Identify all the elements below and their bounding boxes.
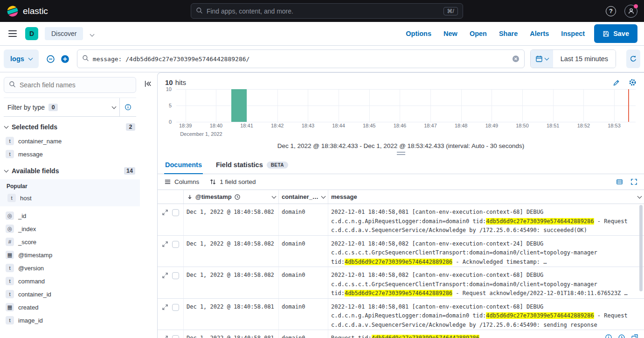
- field-item-created[interactable]: ▦created: [4, 301, 136, 314]
- field-item-_score[interactable]: #_score: [4, 235, 136, 248]
- elastic-logo-icon: [7, 5, 19, 17]
- column-actions-icon[interactable]: [637, 194, 642, 198]
- field-name: container_id: [18, 291, 51, 298]
- row-checkbox[interactable]: [172, 272, 179, 279]
- message-text: Request tid:: [331, 335, 372, 338]
- field-name: container_name: [18, 138, 62, 145]
- x-axis-tick-label: 18:53: [608, 123, 621, 128]
- field-type-icon: ▦: [6, 251, 14, 259]
- chart-gridline: [176, 122, 636, 122]
- field-item-container_id[interactable]: tcontainer_id: [4, 288, 136, 301]
- floating-icons[interactable]: [605, 334, 638, 338]
- elastic-home-link[interactable]: elastic: [7, 5, 48, 17]
- column-header-timestamp[interactable]: @timestamp: [184, 190, 279, 204]
- breadcrumb-chevron-icon[interactable]: [90, 28, 95, 39]
- expand-document-icon[interactable]: [161, 303, 169, 311]
- field-item-message[interactable]: tmessage: [4, 148, 136, 161]
- global-search[interactable]: ⌘/: [191, 3, 463, 19]
- add-filter-icon[interactable]: [61, 55, 69, 63]
- field-type-icon: t: [6, 137, 14, 145]
- nav-link-open[interactable]: Open: [470, 30, 487, 37]
- message-cell: 2022-12-01 18:40:58,081 [canton-env-exec…: [328, 299, 644, 330]
- nav-link-alerts[interactable]: Alerts: [530, 30, 549, 37]
- field-item-@version[interactable]: t@version: [4, 261, 136, 275]
- field-item-host[interactable]: thost: [6, 191, 134, 204]
- field-item-@timestamp[interactable]: ▦@timestamp: [4, 248, 136, 261]
- x-axis-tick-label: 18:51: [547, 123, 560, 128]
- nav-link-options[interactable]: Options: [406, 30, 431, 37]
- query-input[interactable]: [77, 49, 525, 68]
- refresh-icon[interactable]: [626, 49, 640, 68]
- chart-options-gear-icon[interactable]: [629, 78, 637, 86]
- field-name: host: [20, 195, 32, 202]
- expand-document-icon[interactable]: [161, 272, 169, 279]
- user-icon: [628, 7, 635, 14]
- popular-fields-block: Popular thost: [0, 179, 140, 206]
- columns-button[interactable]: Columns: [164, 178, 199, 185]
- expand-document-icon[interactable]: [161, 335, 169, 338]
- vertical-scrollbar[interactable]: [639, 205, 643, 291]
- tab-documents[interactable]: Documents: [164, 156, 203, 174]
- calendar-icon[interactable]: [531, 50, 553, 68]
- highlighted-term: 4db5d6d9c27e730399e5746442889286: [372, 335, 479, 338]
- field-item-container_name[interactable]: tcontainer_name: [4, 134, 136, 148]
- fullscreen-icon[interactable]: [630, 178, 637, 185]
- data-view-picker[interactable]: logs: [4, 49, 39, 68]
- row-controls: [158, 330, 184, 338]
- row-checkbox[interactable]: [172, 304, 179, 311]
- x-axis-tick-label: 18:46: [394, 123, 407, 128]
- sort-fields-button[interactable]: 1 field sorted: [209, 178, 256, 185]
- time-range-button[interactable]: Last 15 minutes: [553, 50, 616, 68]
- saved-query-icon[interactable]: [46, 55, 55, 63]
- filter-by-type-button[interactable]: Filter by type 0: [4, 98, 119, 116]
- chart-resize-handle[interactable]: [397, 152, 405, 155]
- grid-body: Dec 1, 2022 @ 18:40:58.082domain02022-12…: [158, 204, 644, 338]
- field-item-image_id[interactable]: timage_id: [4, 314, 136, 327]
- clear-query-icon[interactable]: [512, 55, 519, 63]
- x-axis-tick-label: 18:42: [271, 123, 284, 128]
- column-actions-icon[interactable]: [272, 194, 277, 198]
- available-fields-header[interactable]: Available fields 14: [4, 161, 136, 178]
- nav-link-new[interactable]: New: [443, 30, 457, 37]
- column-header-container-name[interactable]: container_name: [279, 190, 328, 204]
- clock-icon: [618, 334, 625, 338]
- expand-document-icon[interactable]: [161, 209, 169, 216]
- save-button[interactable]: Save: [594, 24, 637, 43]
- info-icon[interactable]: [119, 98, 136, 116]
- column-header-message[interactable]: message: [328, 190, 644, 204]
- column-actions-icon[interactable]: [321, 194, 326, 198]
- global-search-input[interactable]: [207, 7, 440, 15]
- space-badge[interactable]: D: [25, 27, 38, 40]
- expand-document-icon[interactable]: [161, 240, 169, 248]
- timestamp-cell: Dec 1, 2022 @ 18:40:58.082: [184, 236, 279, 267]
- selected-fields-header[interactable]: Selected fields 2: [4, 117, 136, 134]
- hits-count: 10: [165, 78, 173, 86]
- collapse-sidebar-icon[interactable]: [142, 78, 153, 89]
- field-search[interactable]: [4, 77, 136, 93]
- field-item-command[interactable]: tcommand: [4, 275, 136, 288]
- tab-field-statistics[interactable]: Field statistics BETA: [215, 156, 289, 174]
- row-checkbox[interactable]: [172, 241, 179, 248]
- field-name: @timestamp: [18, 252, 52, 259]
- help-icon[interactable]: ?: [606, 6, 616, 16]
- nav-link-share[interactable]: Share: [499, 30, 518, 37]
- nav-link-inspect[interactable]: Inspect: [561, 30, 585, 37]
- edit-visualization-icon[interactable]: [613, 79, 620, 86]
- available-fields-list: ◎_id◎_index#_score▦@timestampt@versiontc…: [4, 206, 136, 327]
- x-axis-tick-label: 18:43: [302, 123, 315, 128]
- results-tabs: Documents Field statistics BETA: [158, 156, 644, 174]
- field-search-input[interactable]: [20, 81, 131, 89]
- query-text-input[interactable]: [93, 56, 508, 63]
- menu-icon[interactable]: [7, 28, 19, 39]
- histogram-bar[interactable]: [231, 89, 247, 122]
- field-name: @version: [18, 265, 44, 272]
- display-options-icon[interactable]: [616, 178, 623, 185]
- field-item-_index[interactable]: ◎_index: [4, 222, 136, 235]
- row-checkbox[interactable]: [172, 209, 179, 216]
- x-axis-date-label: December 1, 2022: [180, 131, 222, 137]
- row-checkbox[interactable]: [172, 335, 179, 338]
- user-avatar[interactable]: [624, 5, 637, 18]
- field-item-_id[interactable]: ◎_id: [4, 209, 136, 222]
- breadcrumb[interactable]: Discover: [45, 27, 83, 40]
- time-range-caption: Dec 1, 2022 @ 18:38:42.433 - Dec 1, 2022…: [158, 137, 644, 150]
